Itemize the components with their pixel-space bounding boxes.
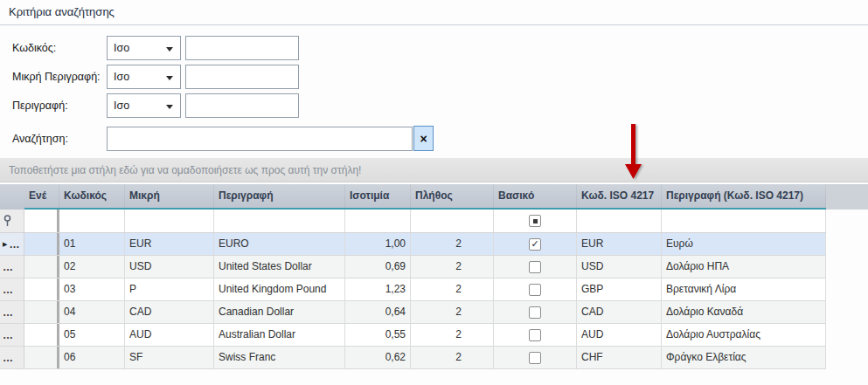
table-row[interactable]: ▶ … 01 EUR EURO 1,00 2 ✓ EUR Ευρώ xyxy=(0,233,826,256)
cell-rate[interactable]: 1,00 xyxy=(345,233,411,255)
field-row-code: Κωδικός: Ισο xyxy=(12,36,868,60)
table-row[interactable]: … 03 P United Kingdom Pound 1,23 2 GBP Β… xyxy=(0,278,826,301)
cell-short[interactable]: SF xyxy=(125,347,214,368)
cell-iso4217-description[interactable]: Δολάριο Αυστραλίας xyxy=(662,324,826,346)
row-handle[interactable]: … xyxy=(0,347,24,368)
description-operator-select[interactable]: Ισο xyxy=(107,93,181,118)
filter-cell-count[interactable] xyxy=(411,210,494,232)
cell-description[interactable]: Australian Dollar xyxy=(214,324,345,346)
table-row[interactable]: … 04 CAD Canadian Dollar 0,64 2 CAD Δολά… xyxy=(0,301,826,324)
filter-cell-active[interactable] xyxy=(24,210,59,232)
short-description-input[interactable] xyxy=(185,65,299,89)
cell-active[interactable] xyxy=(24,278,59,300)
cell-code[interactable]: 01 xyxy=(59,233,125,255)
cell-description[interactable]: EURO xyxy=(214,233,345,255)
cell-active[interactable] xyxy=(24,324,59,346)
cell-code[interactable]: 05 xyxy=(59,324,125,346)
column-header-description[interactable]: Περιγραφή xyxy=(214,184,345,208)
cell-code[interactable]: 04 xyxy=(59,301,125,323)
row-ellipsis-icon: … xyxy=(3,331,14,340)
basic-checkbox[interactable] xyxy=(529,261,541,273)
row-handle[interactable]: ▶ … xyxy=(0,233,24,255)
cell-short[interactable]: AUD xyxy=(125,324,214,346)
filter-cell-short[interactable] xyxy=(125,210,214,232)
table-row[interactable]: … 05 AUD Australian Dollar 0,55 2 AUD Δο… xyxy=(0,324,826,347)
group-by-bar[interactable]: Τοποθετήστε μια στήλη εδώ για να ομαδοπο… xyxy=(0,158,868,182)
table-row[interactable]: … 02 USD United States Dollar 0,69 2 USD… xyxy=(0,256,826,278)
cell-iso4217[interactable]: EUR xyxy=(577,233,662,255)
cell-rate[interactable]: 0,62 xyxy=(345,347,411,368)
short-description-operator-select[interactable]: Ισο xyxy=(107,65,181,89)
row-handle[interactable]: … xyxy=(0,301,24,323)
cell-description[interactable]: United Kingdom Pound xyxy=(214,278,345,300)
cell-rate[interactable]: 0,55 xyxy=(345,324,411,346)
filter-cell-rate[interactable] xyxy=(345,210,411,232)
column-header-basic[interactable]: Βασικό xyxy=(494,184,577,208)
operator-value: Ισο xyxy=(114,71,129,83)
row-handle[interactable]: … xyxy=(0,278,24,300)
row-handle[interactable]: … xyxy=(0,256,24,278)
cell-iso4217[interactable]: GBP xyxy=(577,278,662,300)
column-header-iso4217[interactable]: Κωδ. ISO 4217 xyxy=(577,184,662,208)
basic-checkbox[interactable] xyxy=(529,306,541,319)
cell-iso4217-description[interactable]: Δολάριο ΗΠΑ xyxy=(662,256,826,278)
cell-count[interactable]: 2 xyxy=(411,324,494,346)
cell-active[interactable] xyxy=(24,301,59,323)
cell-iso4217-description[interactable]: Βρετανική Λίρα xyxy=(662,278,826,300)
operator-value: Ισο xyxy=(114,42,129,54)
basic-checkbox[interactable] xyxy=(529,329,541,341)
filter-cell-basic[interactable] xyxy=(494,210,577,232)
grid-header-row: Ενέ Κωδικός Μικρή Περιγραφή Ισοτιμία Πλή… xyxy=(0,184,868,210)
cell-iso4217-description[interactable]: Ευρώ xyxy=(662,233,826,255)
cell-active[interactable] xyxy=(24,256,59,278)
clear-search-button[interactable]: × xyxy=(413,126,434,151)
filter-cell-description[interactable] xyxy=(214,210,345,232)
cell-active[interactable] xyxy=(24,347,59,368)
cell-iso4217[interactable]: CAD xyxy=(577,301,662,323)
cell-rate[interactable]: 1,23 xyxy=(345,278,411,300)
description-input[interactable] xyxy=(185,93,299,118)
row-handle[interactable]: … xyxy=(0,324,24,346)
table-row[interactable]: … 06 SF Swiss Franc 0,62 2 CHF Φράγκο Ελ… xyxy=(0,347,826,369)
cell-short[interactable]: USD xyxy=(125,256,214,278)
basic-checkbox[interactable]: ✓ xyxy=(529,238,541,251)
cell-iso4217[interactable]: CHF xyxy=(577,347,662,368)
search-row: Αναζήτηση: × xyxy=(12,126,868,151)
cell-iso4217-description[interactable]: Φράγκο Ελβετίας xyxy=(662,347,826,368)
cell-count[interactable]: 2 xyxy=(411,278,494,300)
filter-cell-iso4217[interactable] xyxy=(577,210,662,232)
basic-checkbox[interactable] xyxy=(529,352,541,364)
cell-iso4217[interactable]: AUD xyxy=(577,324,662,346)
cell-description[interactable]: Swiss Franc xyxy=(214,347,345,368)
filter-cell-iso4217-description[interactable] xyxy=(662,210,826,232)
cell-description[interactable]: Canadian Dollar xyxy=(214,301,345,323)
cell-count[interactable]: 2 xyxy=(411,301,494,323)
cell-code[interactable]: 02 xyxy=(59,256,125,278)
cell-code[interactable]: 06 xyxy=(59,347,125,368)
cell-short[interactable]: CAD xyxy=(125,301,214,323)
code-operator-select[interactable]: Ισο xyxy=(107,36,181,60)
column-header-count[interactable]: Πλήθος xyxy=(411,184,494,208)
basic-checkbox[interactable] xyxy=(529,284,541,296)
cell-description[interactable]: United States Dollar xyxy=(214,256,345,278)
cell-rate[interactable]: 0,64 xyxy=(345,301,411,323)
column-header-rate[interactable]: Ισοτιμία xyxy=(345,184,411,208)
cell-short[interactable]: P xyxy=(125,278,214,300)
cell-count[interactable]: 2 xyxy=(411,256,494,278)
search-input[interactable] xyxy=(107,127,413,151)
cell-active[interactable] xyxy=(24,233,59,255)
cell-iso4217-description[interactable]: Δολάριο Καναδά xyxy=(662,301,826,323)
cell-rate[interactable]: 0,69 xyxy=(345,256,411,278)
column-header-code[interactable]: Κωδικός xyxy=(59,184,125,208)
cell-count[interactable]: 2 xyxy=(411,347,494,368)
cell-short[interactable]: EUR xyxy=(125,233,214,255)
cell-count[interactable]: 2 xyxy=(411,233,494,255)
filter-cell-code[interactable] xyxy=(59,210,125,232)
basic-filter-checkbox[interactable] xyxy=(529,215,541,227)
column-header-active[interactable]: Ενέ xyxy=(24,184,59,208)
column-header-iso4217-description[interactable]: Περιγραφή (Κωδ. ISO 4217) xyxy=(662,184,826,208)
cell-code[interactable]: 03 xyxy=(59,278,125,300)
cell-iso4217[interactable]: USD xyxy=(577,256,662,278)
column-header-short[interactable]: Μικρή xyxy=(125,184,214,208)
code-input[interactable] xyxy=(185,36,299,60)
